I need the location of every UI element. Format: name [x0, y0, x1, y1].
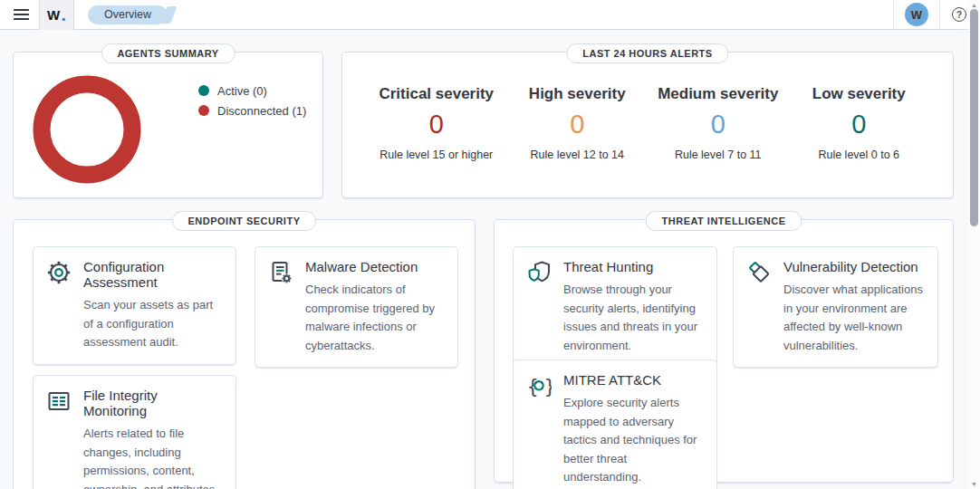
- agents-summary-title: AGENTS SUMMARY: [101, 43, 235, 63]
- stat-critical-severity[interactable]: Critical severity 0 Rule level 15 or hig…: [366, 85, 507, 161]
- stat-label: High severity: [507, 85, 649, 103]
- card-title: MITRE ATT&CK: [563, 372, 704, 388]
- endpoint-security-panel: ENDPOINT SECURITY Configuration Assessme…: [13, 219, 476, 489]
- card-file-integrity-monitoring[interactable]: File Integrity Monitoring Alerts related…: [33, 375, 236, 489]
- card-description: Discover what applications in your envir…: [783, 281, 925, 355]
- card-description: Alerts related to file changes, includin…: [83, 425, 223, 489]
- threat-intelligence-title: THREAT INTELLIGENCE: [646, 211, 802, 231]
- alerts-row: Critical severity 0 Rule level 15 or hig…: [342, 53, 953, 161]
- svg-text:}: }: [544, 376, 552, 398]
- legend-label: Disconnected (1): [217, 104, 306, 118]
- avatar-cell: W: [893, 0, 939, 29]
- scroll-down-icon[interactable]: ▼: [968, 481, 980, 487]
- alerts-24h-panel: LAST 24 HOURS ALERTS Critical severity 0…: [341, 52, 954, 198]
- stat-label: Critical severity: [366, 85, 507, 103]
- wazuh-overview-page: W . Overview W ? AGENTS SUMMARY Active (…: [0, 0, 980, 489]
- wazuh-logo[interactable]: W .: [39, 0, 74, 30]
- stat-sublabel: Rule level 15 or higher: [366, 149, 507, 161]
- stat-high-severity[interactable]: High severity 0 Rule level 12 to 14: [507, 85, 649, 161]
- stat-label: Medium severity: [648, 85, 789, 103]
- card-description: Browse through your security alerts, ide…: [563, 281, 704, 355]
- shields-icon: [526, 260, 552, 285]
- card-description: Explore security alerts mapped to advers…: [563, 394, 704, 487]
- stat-value: 0: [366, 110, 507, 139]
- legend-label: Active (0): [217, 84, 267, 98]
- breadcrumb: Overview: [88, 5, 168, 24]
- document-gear-icon: [268, 260, 293, 285]
- header-right: W ?: [893, 0, 980, 29]
- threat-intelligence-panel: THREAT INTELLIGENCE Threat Hunting Brows…: [494, 219, 954, 483]
- breadcrumb-overview[interactable]: Overview: [88, 5, 168, 24]
- card-malware-detection[interactable]: Malware Detection Check indicators of co…: [255, 246, 458, 368]
- endpoint-security-title: ENDPOINT SECURITY: [172, 211, 317, 231]
- stat-medium-severity[interactable]: Medium severity 0 Rule level 7 to 11: [648, 85, 789, 161]
- card-mitre-attack[interactable]: { } MITRE ATT&CK Explore security alerts…: [513, 360, 717, 489]
- stat-sublabel: Rule level 12 to 14: [507, 149, 649, 161]
- donut-disconnected-ring: [42, 84, 132, 175]
- table-icon: [46, 388, 72, 414]
- stat-value: 0: [507, 110, 649, 139]
- card-description: Scan your assets as part of a configurat…: [83, 296, 223, 352]
- card-title: Threat Hunting: [563, 259, 704, 274]
- stat-low-severity[interactable]: Low severity 0 Rule level 0 to 6: [789, 85, 930, 161]
- stat-sublabel: Rule level 7 to 11: [648, 149, 789, 161]
- card-title: File Integrity Monitoring: [83, 388, 223, 418]
- braces-target-icon: { }: [526, 373, 552, 398]
- disconnected-dot-icon: [198, 105, 209, 116]
- svg-text:{: {: [527, 376, 539, 398]
- stat-value: 0: [648, 110, 789, 139]
- agents-legend: Active (0) Disconnected (1): [198, 81, 306, 120]
- card-title: Malware Detection: [305, 259, 445, 274]
- gear-icon: [46, 260, 72, 285]
- legend-item-disconnected[interactable]: Disconnected (1): [198, 101, 306, 120]
- active-dot-icon: [198, 85, 209, 96]
- stat-sublabel: Rule level 0 to 6: [789, 149, 930, 161]
- card-description: Check indicators of compromise triggered…: [305, 281, 445, 355]
- stat-value: 0: [789, 110, 930, 139]
- card-title: Configuration Assessment: [83, 259, 223, 290]
- card-threat-hunting[interactable]: Threat Hunting Browse through your secur…: [513, 246, 717, 368]
- card-title: Vulnerability Detection: [783, 259, 925, 274]
- menu-icon[interactable]: [9, 3, 33, 26]
- agents-summary-panel: AGENTS SUMMARY Active (0) Disconnected (…: [13, 52, 323, 198]
- legend-item-active[interactable]: Active (0): [198, 81, 306, 101]
- agents-donut-chart: [33, 75, 141, 184]
- scrollbar-thumb[interactable]: [970, 9, 978, 226]
- card-configuration-assessment[interactable]: Configuration Assessment Scan your asset…: [33, 246, 236, 365]
- logo-text: W: [47, 7, 61, 23]
- help-icon[interactable]: ?: [952, 7, 966, 22]
- avatar[interactable]: W: [905, 3, 928, 26]
- top-header: W . Overview W ?: [0, 0, 980, 30]
- stat-label: Low severity: [789, 85, 930, 103]
- card-vulnerability-detection[interactable]: Vulnerability Detection Discover what ap…: [733, 246, 938, 368]
- diamonds-icon: [746, 260, 772, 285]
- alerts-24h-title: LAST 24 HOURS ALERTS: [566, 43, 728, 63]
- vertical-scrollbar: ▲ ▼: [968, 0, 980, 489]
- scroll-up-icon[interactable]: ▲: [968, 2, 980, 8]
